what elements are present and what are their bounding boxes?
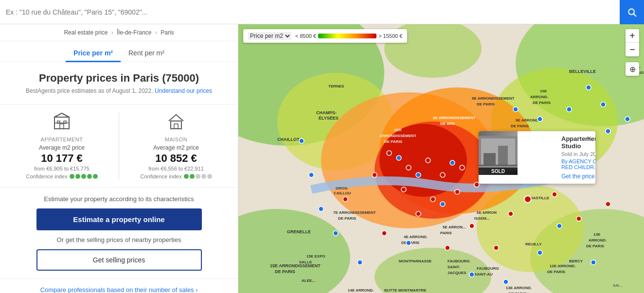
svg-text:SAINT-: SAINT- <box>447 265 461 269</box>
svg-text:REUILLY: REUILLY <box>525 242 542 246</box>
svg-text:ALEE...: ALEE... <box>302 278 315 283</box>
maison-avg-label: Average m2 price <box>153 144 199 151</box>
legend-max: > 15500 € <box>378 33 402 39</box>
maison-type-label: MAISON <box>165 137 187 142</box>
svg-point-107 <box>513 107 518 112</box>
svg-point-99 <box>508 211 513 216</box>
maison-price-range: from €6,556 to €22,911 <box>148 166 204 172</box>
svg-point-115 <box>537 250 542 255</box>
appartement-avg-label: Average m2 price <box>39 144 85 151</box>
svg-point-94 <box>494 245 499 250</box>
appartement-price-range: from €6,905 to €15,775 <box>34 166 89 172</box>
svg-point-103 <box>396 155 401 160</box>
svg-text:15E EXPO: 15E EXPO <box>306 254 325 259</box>
appartement-price-value: 10 177 € <box>41 152 83 165</box>
svg-text:SAI...: SAI... <box>613 283 623 288</box>
maison-price-value: 10 852 € <box>155 152 197 165</box>
svg-point-85 <box>460 165 465 170</box>
legend-min: < 8500 € <box>295 33 316 39</box>
svg-text:2E ARRONDISSEMENT: 2E ARRONDISSEMENT <box>433 116 476 120</box>
svg-point-123 <box>309 172 314 177</box>
tab-price-per-m2[interactable]: Price per m² <box>66 45 121 62</box>
svg-point-120 <box>358 260 362 265</box>
maison-icon <box>167 112 185 135</box>
map-filter-select[interactable]: Price per m2 Rent per m2 <box>248 32 291 40</box>
svg-text:ISSEM...: ISSEM... <box>474 216 490 221</box>
map-top-bar: Price per m2 Rent per m2 < 8500 € > 1550… <box>243 29 407 43</box>
estimate-button[interactable]: Estimate a property online <box>36 208 202 230</box>
understand-prices-link[interactable]: Understand our prices <box>155 87 212 94</box>
svg-point-100 <box>445 245 450 250</box>
svg-text:13E ARROND.: 13E ARROND. <box>506 286 532 290</box>
svg-text:DE PARIS: DE PARIS <box>384 139 403 144</box>
dot-4 <box>87 174 92 179</box>
selling-prices-button[interactable]: Get selling prices <box>36 249 202 271</box>
svg-point-83 <box>426 158 430 163</box>
svg-point-121 <box>333 231 338 236</box>
svg-point-112 <box>606 129 610 134</box>
search-input[interactable] <box>0 0 620 24</box>
svg-point-111 <box>601 102 606 107</box>
svg-text:8E ARRONDISSEMENT: 8E ARRONDISSEMENT <box>472 96 515 101</box>
svg-point-108 <box>537 117 542 121</box>
legend-bar <box>318 34 376 38</box>
svg-point-110 <box>586 85 591 90</box>
svg-point-124 <box>299 138 304 143</box>
svg-point-114 <box>557 224 562 228</box>
search-bar <box>0 0 644 24</box>
svg-text:5E ARRON...: 5E ARRON... <box>443 225 466 229</box>
popup-close-button[interactable]: × <box>587 134 591 143</box>
m-dot-3 <box>196 174 200 179</box>
main-layout: Real estate price › Île-de-France › Pari… <box>0 24 644 293</box>
popup-price-link[interactable]: Get the price → <box>561 173 595 180</box>
svg-point-84 <box>440 172 445 177</box>
tab-rent-per-m2[interactable]: Rent per m² <box>121 45 172 62</box>
svg-point-119 <box>406 241 411 245</box>
svg-point-122 <box>319 207 323 211</box>
svg-rect-10 <box>174 124 178 129</box>
svg-text:4E ARROND.: 4E ARROND. <box>404 235 428 239</box>
appartement-confidence: Confidence index <box>26 173 97 179</box>
svg-point-97 <box>576 216 581 221</box>
svg-text:7E ARRONDISSEMENT: 7E ARRONDISSEMENT <box>333 210 376 215</box>
svg-text:GROS-: GROS- <box>336 186 349 190</box>
maison-confidence: Confidence index <box>140 173 212 179</box>
svg-point-117 <box>625 117 630 121</box>
price-cards: APPARTEMENT Average m2 price 10 177 € fr… <box>0 104 238 187</box>
map-panel[interactable]: CHAMPS- ÉLYSÉES CHAILLOT GRENELLE 15E AR… <box>238 24 644 293</box>
svg-text:DE PARIS: DE PARIS <box>275 269 295 274</box>
search-button[interactable] <box>620 0 644 24</box>
svg-point-109 <box>567 107 572 112</box>
tab-bar: Price per m² Rent per m² <box>0 41 238 62</box>
breadcrumb-item-2[interactable]: Paris <box>161 29 174 36</box>
dot-1 <box>70 174 74 179</box>
dot-5 <box>93 174 98 179</box>
svg-text:DE PARIS: DE PARIS <box>547 270 566 274</box>
breadcrumb-item-1[interactable]: Île-de-France <box>117 29 151 36</box>
estimate-text: Estimate your property according to its … <box>15 195 223 203</box>
appartement-type-label: APPARTEMENT <box>41 137 83 142</box>
svg-text:SALLE: SALLE <box>299 260 312 264</box>
svg-text:TERNES: TERNES <box>328 84 344 88</box>
svg-text:BASTILLE: BASTILLE <box>530 196 550 200</box>
popup-image: SOLD <box>479 131 518 175</box>
svg-point-88 <box>455 190 460 194</box>
svg-point-126 <box>469 272 474 277</box>
price-divider <box>119 112 119 179</box>
svg-point-93 <box>469 224 474 228</box>
svg-point-104 <box>416 172 421 177</box>
svg-point-87 <box>430 197 435 202</box>
zoom-in-button[interactable]: + <box>626 29 639 43</box>
price-card-appartement: APPARTEMENT Average m2 price 10 177 € fr… <box>10 112 114 179</box>
breadcrumb-item-0[interactable]: Real estate price <box>64 29 107 36</box>
map-compass-button[interactable]: ⊕ <box>626 62 639 76</box>
maison-confidence-dots <box>184 174 212 179</box>
popup-agency[interactable]: By AGENCY OF RED CHILDR... <box>561 158 595 170</box>
svg-text:6E ARRON: 6E ARRON <box>477 210 497 215</box>
svg-text:DE ARS: DE ARS <box>440 121 455 126</box>
compare-link[interactable]: Compare professionals based on their num… <box>40 286 198 293</box>
appartement-confidence-dots <box>70 174 98 179</box>
svg-point-96 <box>552 192 557 197</box>
price-card-maison: MAISON Average m2 price 10 852 € from €6… <box>124 112 228 179</box>
zoom-out-button[interactable]: − <box>626 43 639 56</box>
